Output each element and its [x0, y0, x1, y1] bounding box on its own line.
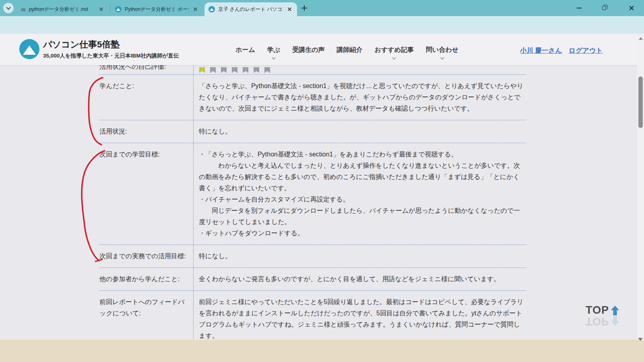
site-favicon-icon — [115, 6, 122, 12]
nav-label: 学ぶ — [267, 46, 280, 53]
star-empty-icon[interactable] — [231, 67, 238, 73]
row-label: 他の参加者から学んだこと: — [99, 268, 193, 290]
report-row-feedback: 前回レポートへのフィードバックについて: 前回ジェミニ様にやっていただいたことを… — [99, 291, 526, 339]
main-nav: ホーム 学ぶ 受講生の声 講師紹介 おすすめ記事 問い合わせ — [235, 46, 458, 54]
site-logo-icon[interactable] — [19, 39, 39, 59]
markdown-favicon-icon: m — [21, 6, 26, 13]
tab-search-button[interactable] — [3, 3, 14, 13]
row-value: 全くわからないご発言も多いのですが、とにかく目を通して、用語などをジェミニ様に聞… — [193, 268, 526, 290]
report-row-practical-goals: 次回までの実務での活用目標: 特になし。 — [99, 245, 526, 268]
report-row-usage: 活用状況: 特になし。 — [99, 120, 526, 143]
row-label: 前回レポートへのフィードバックについて: — [99, 291, 193, 339]
tab-close-icon[interactable] — [192, 6, 199, 12]
up-arrow-reflection-icon — [611, 316, 619, 327]
tab-close-icon[interactable] — [287, 6, 293, 12]
tab-divider — [110, 5, 110, 11]
row-value — [193, 65, 526, 74]
scrollbar-down-arrow-icon[interactable] — [638, 338, 643, 341]
site-header: パソコン仕事5倍塾 35,000人を指導した東大卒・元日本IBM社内講師が直伝 … — [0, 34, 637, 65]
browser-tab-2[interactable]: Pythonデータ分析ゼミ ポータルトップ — [111, 2, 203, 16]
tab-close-icon[interactable] — [98, 6, 105, 12]
nav-item-learn[interactable]: 学ぶ — [267, 46, 280, 54]
star-empty-icon[interactable] — [210, 67, 216, 73]
row-label: 活用状況への自己評価: — [99, 65, 193, 74]
windows-taskbar: 検索 k >_ X — [0, 339, 644, 362]
minimize-icon — [577, 8, 582, 8]
nav-label: おすすめ記事 — [375, 46, 414, 53]
restore-icon — [602, 6, 606, 10]
star-empty-icon[interactable] — [242, 67, 249, 73]
site-subtitle: 35,000人を指導した東大卒・元日本IBM社内講師が直伝 — [43, 52, 179, 60]
close-icon — [629, 5, 634, 11]
logout-link[interactable]: ログアウト — [569, 46, 603, 55]
star-empty-icon[interactable] — [253, 67, 260, 73]
chevron-down-icon — [392, 56, 396, 60]
up-arrow-icon — [611, 305, 619, 316]
row-value: 前回ジェミニ様にやっていただいたことを5回繰り返しました。最初はコードはコピペし… — [193, 291, 526, 339]
chevron-down-icon — [6, 5, 10, 10]
row-value: 「さらっと学ぶ、Python基礎文法 - section1」を視聴だけ…と思って… — [193, 75, 526, 120]
report-row-learned: 学んだこと: 「さらっと学ぶ、Python基礎文法 - section1」を視聴… — [99, 75, 526, 120]
report-table: 活用状況への自己評価: 学んだこと: 「さらっと学ぶ、Python基礎文法 - … — [99, 65, 526, 339]
browser-tab-1[interactable]: m pythonデータ分析ゼミ.md — [17, 2, 109, 16]
window-restore-button[interactable] — [595, 0, 613, 16]
row-label: 活用状況: — [99, 120, 193, 143]
chevron-down-icon — [440, 56, 444, 60]
top-label-reflection: TOP — [586, 315, 609, 327]
scrollbar-up-arrow-icon[interactable] — [639, 37, 643, 40]
site-favicon-icon — [208, 6, 215, 12]
new-tab-button[interactable] — [299, 3, 309, 13]
browser-tab-active[interactable]: 京子 さんのレポート パソコン仕事 5 — [204, 2, 297, 16]
nav-label: 受講生の声 — [292, 46, 324, 53]
row-label: 学んだこと: — [99, 75, 193, 120]
row-label: 次回までの学習目標: — [99, 143, 193, 245]
browser-toolbar: forum.pc5bai.com/member/report/python-da… — [0, 16, 644, 34]
browser-tab-strip: m pythonデータ分析ゼミ.md Pythonデータ分析ゼミ ポータルトップ… — [0, 0, 644, 16]
nav-label: 問い合わせ — [426, 46, 458, 53]
scrollbar-thumb[interactable] — [638, 76, 643, 128]
screen: { "browser": { "tabs": [ { "favicon_text… — [0, 0, 644, 362]
report-row-from-others: 他の参加者から学んだこと: 全くわからないご発言も多いのですが、とにかく目を通し… — [99, 268, 526, 291]
star-filled-icon[interactable] — [199, 67, 205, 73]
row-value: 特になし。 — [193, 245, 526, 267]
tab-title: pythonデータ分析ゼミ.md — [29, 6, 95, 13]
tab-title: Pythonデータ分析ゼミ ポータルトップ — [125, 6, 189, 13]
nav-item-articles[interactable]: おすすめ記事 — [375, 46, 414, 54]
row-value: 特になし。 — [193, 120, 526, 143]
nav-label: ホーム — [235, 46, 255, 53]
star-empty-icon[interactable] — [221, 67, 227, 73]
nav-item-contact[interactable]: 問い合わせ — [426, 46, 458, 54]
site-title[interactable]: パソコン仕事5倍塾 — [43, 39, 120, 51]
nav-item-home[interactable]: ホーム — [235, 46, 255, 54]
page-scrollbar[interactable] — [637, 34, 644, 339]
web-page: パソコン仕事5倍塾 35,000人を指導した東大卒・元日本IBM社内講師が直伝 … — [0, 34, 644, 339]
star-empty-icon[interactable] — [264, 67, 270, 73]
chevron-down-icon — [272, 56, 276, 60]
back-to-top-button[interactable]: TOP TOP — [584, 304, 621, 327]
row-value: ・「さらっと学ぶ、Python基礎文法 - section1」をあまりこだわらず… — [193, 143, 526, 245]
user-account-link[interactable]: 小川 慶一さん — [520, 46, 562, 55]
report-row-learning-goals: 次回までの学習目標: ・「さらっと学ぶ、Python基礎文法 - section… — [99, 143, 526, 245]
tab-title: 京子 さんのレポート パソコン仕事 5 — [218, 6, 283, 13]
row-label: 次回までの実務での活用目標: — [99, 245, 193, 267]
top-reflection: TOP — [584, 315, 621, 327]
window-close-button[interactable] — [622, 0, 641, 16]
rating-stars[interactable] — [199, 66, 526, 74]
report-row-rating: 活用状況への自己評価: — [99, 65, 526, 75]
window-minimize-button[interactable] — [570, 0, 588, 16]
nav-label: 講師紹介 — [337, 46, 363, 53]
nav-item-voices[interactable]: 受講生の声 — [292, 46, 324, 54]
nav-item-instructors[interactable]: 講師紹介 — [337, 46, 363, 54]
